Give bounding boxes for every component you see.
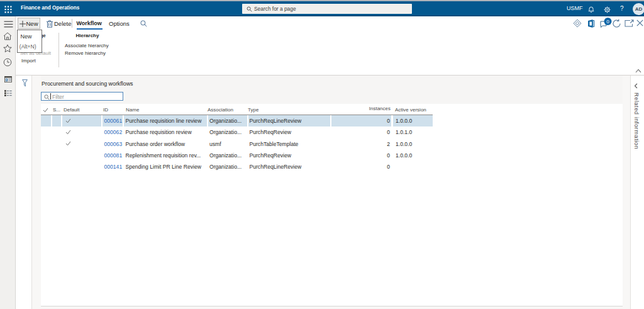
svg-text:0: 0 [606, 19, 609, 25]
